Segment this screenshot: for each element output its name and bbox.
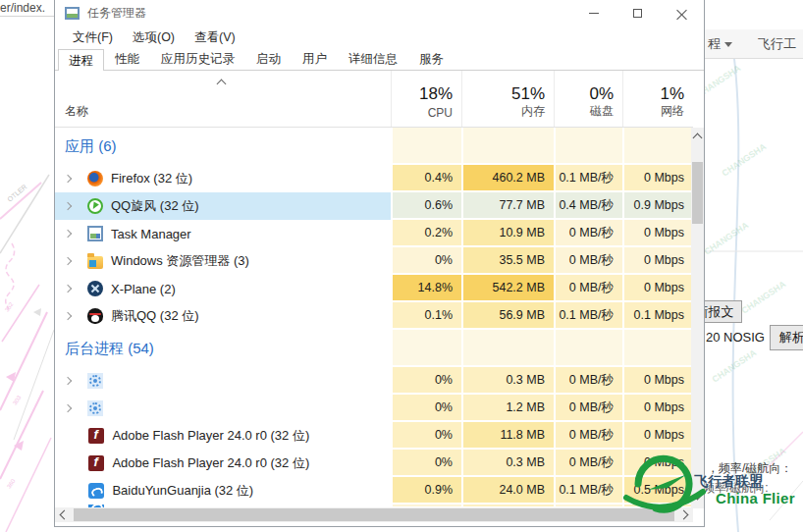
process-row[interactable]: Firefox (32 位)0.4%460.2 MB0.1 MB/秒0 Mbps [55,165,693,192]
network-cell: 0 Mbps [622,247,693,275]
title-bar[interactable]: 任务管理器 [55,0,704,26]
disk-cell: 0.4 MB/秒 [554,192,622,220]
expand-chevron-icon[interactable] [64,175,72,183]
process-row[interactable]: Adobe Flash Player 24.0 r0 (32 位)0%11.8 … [55,422,693,450]
cpu-column-header[interactable]: 18% CPU [391,71,461,127]
vertical-scrollbar-thumb[interactable] [692,162,703,224]
cpu-cell: 0.1% [391,302,461,330]
memory-cell: 77.7 MB [461,192,554,220]
svg-text:360: 360 [6,477,17,489]
expand-chevron-icon[interactable] [64,312,72,320]
svg-text:303: 303 [12,394,23,405]
tab-item[interactable]: 应用历史记录 [150,47,245,71]
process-name: Task Manager [111,227,191,241]
expand-chevron-icon[interactable] [64,377,72,385]
scroll-left-icon[interactable] [60,510,70,520]
flash-icon [88,428,104,444]
close-button[interactable] [660,0,704,26]
memory-cell: 10.9 MB [461,220,554,247]
tab-processes-active[interactable]: 进程 [58,49,104,71]
svg-text:OTLER: OTLER [6,183,27,202]
cpu-cell: 0% [391,395,461,422]
horizontal-scrollbar[interactable] [55,507,693,522]
task-manager-window: 任务管理器 文件(F) 选项(O) 查看(V) 进程性能应用历史记录启动用户详细… [54,0,705,527]
network-cell [622,128,693,165]
toolbar-item-flight-tools[interactable]: 飞行工 [758,35,796,53]
parse-button[interactable]: 解析 [770,325,803,350]
memory-column-header[interactable]: 51% 内存 [461,71,554,127]
chevron-down-icon [724,42,732,47]
toolbar-item-fragment[interactable]: 程 [708,35,721,53]
process-row-selected[interactable]: QQ旋风 (32 位)0.6%77.7 MB0.4 MB/秒0.9 Mbps [55,192,693,220]
network-cell: 0.9 Mbps [622,192,693,220]
frequency-heading-label-2: 频率/磁航向: [703,480,769,497]
minimize-button[interactable] [571,0,616,26]
expand-chevron-icon[interactable] [64,230,72,238]
network-column-header[interactable]: 1% 网络 [622,71,693,127]
process-row[interactable]: 0%0.3 MB0 MB/秒0 Mbps [55,367,693,395]
section-row[interactable]: 应用 (6) [55,128,693,165]
process-list: 应用 (6)Firefox (32 位)0.4%460.2 MB0.1 MB/秒… [55,128,693,508]
disk-cell: 0 MB/秒 [554,367,622,395]
process-row[interactable]: Task Manager0.2%10.9 MB0 MB/秒0 Mbps [55,220,693,247]
expand-chevron-icon[interactable] [64,404,72,412]
disk-cell: 0 MB/秒 [554,275,622,302]
process-name: Windows 资源管理器 (3) [111,252,249,270]
scroll-right-icon[interactable] [679,510,689,520]
memory-cell: 542.2 MB [461,275,554,302]
disk-cell [554,330,622,367]
expand-chevron-icon[interactable] [64,285,72,293]
minimize-icon [589,13,599,14]
expand-chevron-icon[interactable] [64,202,72,210]
gear-icon [87,373,103,389]
network-cell: 0 Mbps [622,395,693,422]
vertical-scrollbar[interactable] [691,128,704,508]
qq-whirlwind-icon [87,198,103,214]
disk-cell: 0.1 MB/秒 [554,477,622,505]
menu-options[interactable]: 选项(O) [123,29,185,46]
cpu-cell: 0% [391,422,461,450]
process-row[interactable]: Adobe Flash Player 24.0 r0 (32 位)0%0.3 M… [55,450,693,477]
expand-chevron-icon[interactable] [64,257,72,265]
disk-cell: 0.1 MB/秒 [554,165,622,192]
cpu-cell: 0% [391,450,461,477]
process-row[interactable]: 腾讯QQ (32 位)0.1%56.9 MB0.1 MB/秒0.1 Mbps [55,302,693,330]
maximize-button[interactable] [616,0,660,26]
flash-icon [88,455,104,471]
scroll-up-icon[interactable] [693,133,703,143]
tab-item[interactable]: 启动 [245,47,292,71]
horizontal-scrollbar-thumb[interactable] [74,508,674,521]
process-name: Firefox (32 位) [111,170,192,187]
disk-cell: 0.1 MB/秒 [554,302,622,330]
process-name: X-Plane (2) [111,282,176,296]
memory-total-percent: 51% [511,84,545,104]
network-cell [622,330,693,367]
scroll-down-icon[interactable] [693,491,703,501]
tab-item[interactable]: 详细信息 [338,47,408,71]
section-row[interactable]: 后台进程 (54) [55,330,693,367]
menu-view[interactable]: 查看(V) [185,29,245,46]
process-row[interactable]: 0%1.2 MB0 MB/秒0 Mbps [55,395,693,422]
network-cell: 0.1 Mbps [622,302,693,330]
disk-column-label: 磁盘 [590,103,614,120]
cpu-cell: 0.9% [391,477,461,505]
frequency-heading-label: ，频率/磁航向： [707,460,792,477]
name-column-header[interactable]: 名称 [65,103,88,120]
screen: er/index. OTLER 352 303 360 [0,0,803,532]
tab-item[interactable]: 服务 [408,47,455,71]
memory-column-label: 内存 [521,103,545,120]
disk-column-header[interactable]: 0% 磁盘 [554,71,622,127]
sort-ascending-icon [217,80,227,89]
process-row[interactable]: BaiduYunGuanjia (32 位)0.9%24.0 MB0.1 MB/… [55,477,693,505]
memory-cell: 460.2 MB [461,165,554,192]
tab-item[interactable]: 用户 [292,47,338,71]
menu-file[interactable]: 文件(F) [63,29,123,46]
process-row[interactable]: X-Plane (2)14.8%542.2 MB0 MB/秒0 Mbps [55,275,693,302]
svg-text:CHANGSHA: CHANGSHA [721,141,769,179]
process-row[interactable]: Windows 资源管理器 (3)0%35.5 MB0 MB/秒0 Mbps [55,247,693,275]
menu-bar: 文件(F) 选项(O) 查看(V) [55,26,704,49]
memory-cell: 35.5 MB [461,247,554,275]
svg-text:CHANGSHA: CHANGSHA [711,347,759,385]
tab-item[interactable]: 性能 [104,47,150,71]
network-cell: 0.5 Mbps [622,477,693,505]
